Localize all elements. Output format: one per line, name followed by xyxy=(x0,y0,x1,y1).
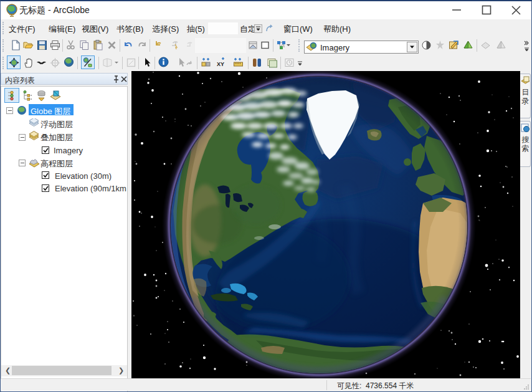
svg-text:XY: XY xyxy=(217,61,224,67)
